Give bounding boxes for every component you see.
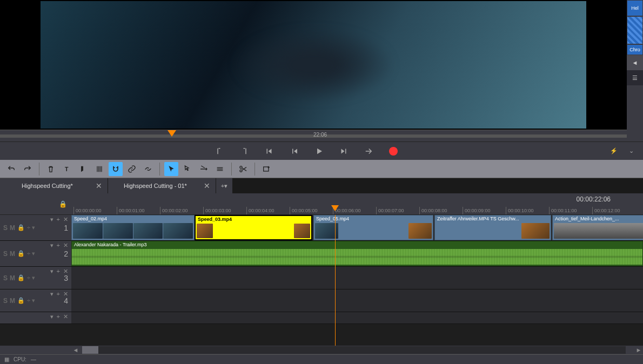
ruler-tick: 00:00:05:00 [290, 207, 318, 214]
mark-in-button[interactable] [213, 145, 226, 158]
mute-button[interactable]: M [10, 224, 15, 232]
go-start-button[interactable] [263, 145, 276, 158]
move-tool[interactable] [197, 162, 211, 176]
chapter-button[interactable] [92, 162, 106, 176]
solo-button[interactable]: S [3, 250, 8, 258]
close-icon[interactable]: ✕ [204, 181, 210, 190]
delete-button[interactable] [44, 162, 58, 176]
track-close-icon[interactable]: ✕ [63, 242, 68, 249]
track-extra: ▾ + ✕ [0, 312, 643, 324]
playhead-line[interactable] [335, 215, 336, 346]
playhead-icon[interactable] [331, 205, 339, 211]
lock-icon[interactable]: 🔒 [17, 224, 25, 231]
scroll-right-icon[interactable]: ► [634, 347, 643, 353]
prev-frame-button[interactable] [287, 145, 300, 158]
text-button[interactable]: T [60, 162, 74, 176]
track-header-4[interactable]: ▾ + ✕ S M 🔒 ÷ ▾ 4 [0, 289, 71, 312]
track-add-icon[interactable]: + [57, 313, 60, 320]
track-header-extra[interactable]: ▾ + ✕ [0, 312, 71, 323]
video-clip-1[interactable]: Speed_02.mp4 [71, 215, 195, 240]
mute-button[interactable]: M [10, 274, 15, 282]
side-panel: Hel Chro ◄ ☰ [627, 0, 643, 141]
magnet-button[interactable] [109, 162, 123, 176]
unlink-button[interactable] [141, 162, 155, 176]
next-frame-button[interactable] [337, 145, 350, 158]
select-tool[interactable] [180, 162, 195, 176]
panel-menu-icon[interactable]: ☰ [627, 70, 643, 85]
add-button[interactable] [259, 162, 273, 176]
track-collapse-icon[interactable]: ▾ [50, 291, 53, 298]
mark-out-button[interactable] [238, 145, 251, 158]
track-close-icon[interactable]: ✕ [63, 216, 68, 223]
expand-down-icon[interactable]: ⌄ [625, 145, 638, 158]
scrubber-playhead-icon[interactable] [168, 130, 176, 137]
track-1: ▾ + ✕ S M 🔒 ÷ ▾ 1 Speed_02.mp4 Speed_03.… [0, 215, 643, 241]
track-close-icon[interactable]: ✕ [63, 268, 68, 275]
mute-button[interactable]: M [10, 297, 15, 305]
lock-icon[interactable]: 🔒 [17, 250, 25, 257]
grid-icon[interactable]: ▦ [4, 356, 9, 362]
timeline-scrollbar[interactable]: ◄ ► [0, 346, 643, 354]
undo-button[interactable] [4, 162, 18, 176]
go-end-button[interactable] [362, 145, 375, 158]
project-tab-1[interactable]: Highspeed Cutting* ✕ [0, 178, 108, 193]
play-button[interactable] [312, 145, 325, 158]
project-tab-2[interactable]: Highspeed Cutting - 01* ✕ [108, 178, 216, 193]
panel-chrome-button[interactable]: Chro [627, 45, 642, 55]
track-header-1[interactable]: ▾ + ✕ S M 🔒 ÷ ▾ 1 [0, 215, 71, 240]
track-number: 1 [64, 224, 68, 232]
stretch-tool[interactable] [213, 162, 227, 176]
ruler-tick: 00:00:11:00 [549, 207, 577, 214]
video-clip-5[interactable]: Action_tief_Meil-Landchen_... [552, 215, 643, 240]
panel-left-arrow-icon[interactable]: ◄ [627, 55, 643, 70]
ruler-tick: 00:00:10:00 [506, 207, 534, 214]
ruler-tick: 00:00:04:00 [246, 207, 274, 214]
track-add-icon[interactable]: + [57, 291, 60, 298]
track-close-icon[interactable]: ✕ [63, 313, 68, 320]
audio-clip-1[interactable]: Alexander Nakarada - Trailer.mp3 [71, 241, 643, 266]
lock-icon[interactable]: 🔒 [17, 297, 25, 304]
track-header-3[interactable]: ▾ + ✕ S M 🔒 ÷ ▾ 3 [0, 267, 71, 289]
video-clip-3[interactable]: Speed_05.mp4 [313, 215, 433, 240]
track-close-icon[interactable]: ✕ [63, 291, 68, 298]
transport-bar: ⚡ ⌄ [0, 141, 643, 160]
preview-scrubber[interactable]: 22:06 [0, 130, 627, 141]
solo-button[interactable]: S [3, 224, 8, 232]
pointer-tool[interactable] [164, 162, 178, 176]
cpu-value: — [31, 356, 36, 362]
video-clip-4[interactable]: Zeitraffer Ahrweiler.MP4 TS Geschw... [434, 215, 551, 240]
track-collapse-icon[interactable]: ▾ [50, 313, 53, 320]
add-tab-button[interactable]: +▾ [216, 178, 232, 193]
track-header-2[interactable]: ▾ + ✕ S M 🔒 ÷ ▾ 2 [0, 241, 71, 266]
redo-button[interactable] [21, 162, 35, 176]
scroll-thumb[interactable] [82, 346, 98, 354]
scroll-left-icon[interactable]: ◄ [71, 347, 80, 353]
track-collapse-icon[interactable]: ▾ [50, 268, 53, 275]
marker-button[interactable] [76, 162, 90, 176]
track-collapse-icon[interactable]: ▾ [50, 242, 53, 249]
solo-button[interactable]: S [3, 274, 8, 282]
lock-icon[interactable]: 🔒 [59, 200, 67, 208]
track-4: ▾ + ✕ S M 🔒 ÷ ▾ 4 [0, 289, 643, 312]
video-clip-2-selected[interactable]: Speed_03.mp4 [195, 215, 312, 240]
track-collapse-icon[interactable]: ▾ [50, 216, 53, 223]
mute-button[interactable]: M [10, 250, 15, 258]
ruler-tick: 00:00:07:00 [376, 207, 404, 214]
track-number: 2 [64, 250, 68, 258]
link-button[interactable] [125, 162, 139, 176]
close-icon[interactable]: ✕ [96, 181, 102, 190]
project-tab-bar: Highspeed Cutting* ✕ Highspeed Cutting -… [0, 178, 643, 193]
solo-button[interactable]: S [3, 297, 8, 305]
track-add-icon[interactable]: + [57, 216, 60, 223]
video-preview[interactable] [41, 1, 586, 129]
track-add-icon[interactable]: + [57, 242, 60, 249]
track-add-icon[interactable]: + [57, 268, 60, 275]
ruler-tick: 00:00:02:00 [160, 207, 188, 214]
lock-icon[interactable]: 🔒 [17, 274, 25, 281]
panel-help-button[interactable]: Hel [627, 1, 642, 16]
cut-button[interactable] [236, 162, 250, 176]
timeline-ruler[interactable]: 🔒 00:00:22:06 00:00:00:00 00:00:01:00 00… [0, 193, 643, 215]
lightning-icon[interactable]: ⚡ [607, 145, 620, 158]
record-button[interactable] [387, 145, 400, 158]
panel-striped-button[interactable] [627, 17, 642, 44]
